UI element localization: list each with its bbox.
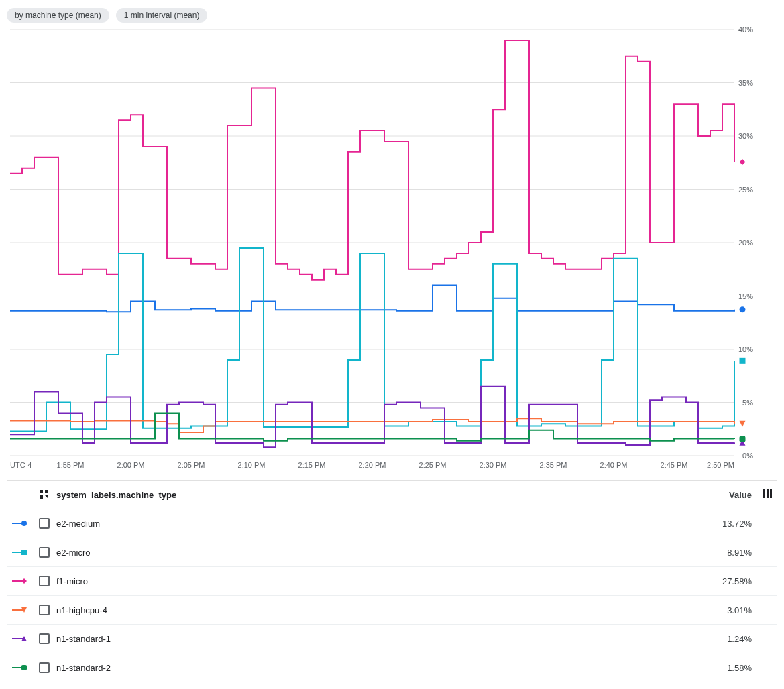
svg-text:5%: 5% [742, 399, 753, 407]
legend-value: 27.58% [691, 576, 752, 586]
svg-text:2:05 PM: 2:05 PM [178, 461, 205, 469]
columns-icon [763, 489, 772, 498]
legend-label: f1-micro [54, 576, 691, 586]
header-spacer-cb [39, 489, 54, 500]
svg-text:40%: 40% [738, 27, 753, 34]
svg-text:2:40 PM: 2:40 PM [600, 461, 628, 469]
header-machine-type[interactable]: system_labels.machine_type [54, 490, 691, 500]
legend-label: n1-standard-2 [54, 663, 691, 673]
svg-marker-44 [21, 636, 27, 641]
svg-text:0%: 0% [742, 452, 753, 460]
svg-text:2:35 PM: 2:35 PM [540, 461, 567, 469]
svg-marker-34 [740, 421, 746, 427]
svg-text:2:00 PM: 2:00 PM [117, 461, 145, 469]
series-f1-micro [10, 40, 734, 280]
svg-text:15%: 15% [738, 292, 753, 300]
svg-rect-38 [45, 490, 48, 493]
endpoint-e2-medium [740, 306, 746, 312]
monitoring-chart-panel: by machine type (mean) 1 min interval (m… [0, 0, 784, 689]
legend-checkbox[interactable] [39, 605, 50, 615]
legend-marker [12, 552, 39, 553]
columns-button[interactable] [752, 489, 772, 500]
legend-row-n1_standard_1[interactable]: n1-standard-11.24% [7, 625, 777, 653]
legend-checkbox[interactable] [39, 576, 50, 586]
legend-checkbox-wrap [39, 605, 54, 615]
legend-table: system_labels.machine_type Value e2-medi… [7, 480, 777, 682]
endpoint-n1-standard-2 [740, 436, 746, 442]
legend-row-n1_standard_2[interactable]: n1-standard-21.58% [7, 653, 777, 682]
svg-text:UTC-4: UTC-4 [10, 461, 32, 469]
chip-interval[interactable]: 1 min interval (mean) [116, 8, 208, 23]
svg-text:30%: 30% [738, 132, 753, 140]
legend-checkbox[interactable] [39, 662, 50, 673]
svg-rect-41 [21, 550, 27, 555]
svg-text:2:10 PM: 2:10 PM [238, 461, 266, 469]
svg-text:1:55 PM: 1:55 PM [57, 461, 85, 469]
svg-text:35%: 35% [738, 79, 753, 87]
svg-point-32 [740, 306, 746, 312]
svg-point-40 [21, 521, 27, 526]
chart-svg[interactable]: 0%5%10%15%20%25%30%35%40% UTC-41:55 PM2:… [7, 27, 775, 476]
legend-value: 1.24% [691, 634, 752, 644]
svg-text:20%: 20% [738, 239, 753, 247]
grid-icon [39, 489, 50, 500]
svg-text:2:25 PM: 2:25 PM [419, 461, 447, 469]
svg-text:25%: 25% [738, 186, 753, 194]
legend-table-header: system_labels.machine_type Value [7, 481, 777, 509]
svg-rect-39 [40, 495, 43, 499]
svg-text:2:45 PM: 2:45 PM [661, 461, 688, 469]
legend-row-e2_micro[interactable]: e2-micro8.91% [7, 538, 777, 567]
legend-value: 13.72% [691, 519, 752, 529]
svg-text:2:15 PM: 2:15 PM [298, 461, 326, 469]
legend-label: n1-highcpu-4 [54, 605, 691, 615]
legend-value: 1.58% [691, 663, 752, 673]
svg-marker-43 [21, 607, 27, 613]
legend-label: e2-medium [54, 519, 691, 529]
legend-checkbox[interactable] [39, 547, 50, 558]
legend-checkbox[interactable] [39, 518, 50, 529]
legend-row-f1_micro[interactable]: f1-micro27.58% [7, 567, 777, 596]
legend-label: e2-micro [54, 548, 691, 558]
svg-rect-33 [740, 358, 746, 364]
svg-text:2:50 PM: 2:50 PM [707, 461, 734, 469]
legend-value: 3.01% [691, 605, 752, 615]
svg-marker-42 [21, 578, 27, 584]
series-n1-highcpu-4 [10, 418, 734, 432]
legend-checkbox-wrap [39, 576, 54, 586]
legend-marker [12, 638, 39, 639]
svg-text:2:30 PM: 2:30 PM [480, 461, 507, 469]
svg-marker-31 [740, 159, 746, 165]
chip-group-by[interactable]: by machine type (mean) [7, 8, 109, 23]
endpoint-e2-micro [740, 358, 746, 364]
svg-text:10%: 10% [738, 345, 753, 353]
legend-checkbox-wrap [39, 518, 54, 529]
svg-rect-36 [740, 436, 746, 442]
legend-marker [12, 523, 39, 524]
legend-marker [12, 609, 39, 611]
filter-chips-row: by machine type (mean) 1 min interval (m… [7, 8, 777, 23]
legend-checkbox[interactable] [39, 633, 50, 644]
x-axis-labels: UTC-41:55 PM2:00 PM2:05 PM2:10 PM2:15 PM… [10, 461, 734, 469]
legend-checkbox-wrap [39, 662, 54, 673]
legend-checkbox-wrap [39, 633, 54, 644]
legend-marker [12, 580, 39, 582]
svg-rect-45 [21, 665, 27, 670]
y-axis-labels: 0%5%10%15%20%25%30%35%40% [738, 27, 753, 460]
legend-row-e2_medium[interactable]: e2-medium13.72% [7, 509, 777, 538]
chart-container: 0%5%10%15%20%25%30%35%40% UTC-41:55 PM2:… [7, 27, 775, 476]
legend-row-n1_highcpu_4[interactable]: n1-highcpu-43.01% [7, 596, 777, 625]
series-e2-micro [10, 248, 734, 431]
endpoint-n1-highcpu-4 [740, 421, 746, 427]
endpoint-f1-micro [740, 159, 746, 165]
series-n1-standard-2 [10, 413, 734, 440]
legend-label: n1-standard-1 [54, 634, 691, 644]
header-value[interactable]: Value [691, 490, 752, 500]
legend-marker [12, 667, 39, 668]
legend-value: 8.91% [691, 548, 752, 558]
legend-checkbox-wrap [39, 547, 54, 558]
chart-series-group [10, 40, 734, 447]
svg-text:2:20 PM: 2:20 PM [359, 461, 386, 469]
svg-rect-37 [40, 490, 43, 493]
